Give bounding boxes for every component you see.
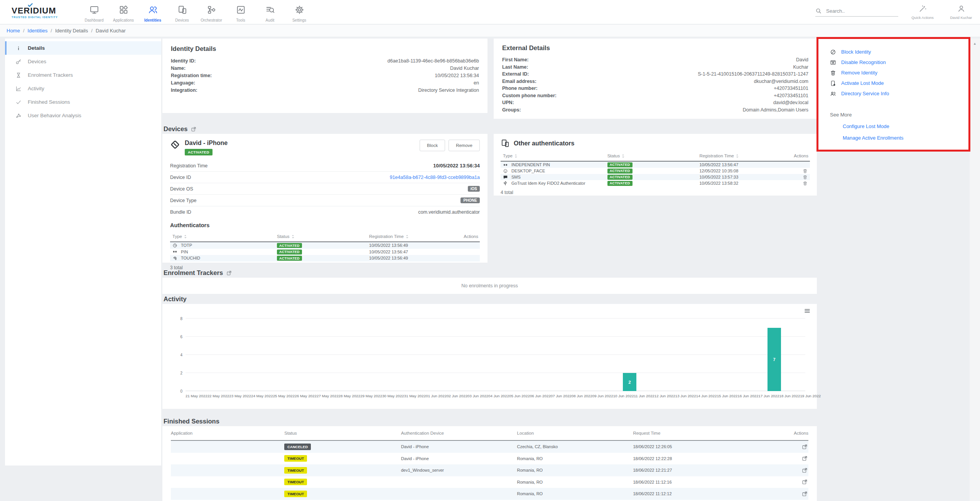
page-scrollbar[interactable]: ▲ (970, 39, 980, 501)
open-session-icon[interactable] (802, 491, 808, 497)
nav-item-applications[interactable]: Applications (109, 2, 138, 22)
detail-row: Name:David Kuchar (171, 64, 479, 72)
column-label: Actions (794, 154, 808, 158)
detail-row: Groups:Domain Admins,Domain Users (502, 106, 808, 114)
disable-recognition-link[interactable]: Disable Recognition (830, 57, 969, 67)
x-axis-tick-label: 07 Jun 2022 (551, 394, 572, 398)
activate-lost-mode-link[interactable]: Activate Lost Mode (830, 78, 969, 88)
x-axis-tick-label: 15 Jun 2022 (717, 394, 738, 398)
remove-identity-link[interactable]: Remove Identity (830, 67, 969, 78)
nav-item-orchestrator[interactable]: Orchestrator (197, 2, 226, 22)
open-session-icon[interactable] (802, 444, 808, 450)
delete-authenticator-button[interactable] (803, 181, 808, 186)
breadcrumb-identities[interactable]: Identities (27, 28, 47, 34)
chart-slot (351, 319, 372, 391)
session-row: TIMEOUTRomania, RO18/06/2022 11:12:12 (171, 488, 808, 500)
open-devices-icon[interactable] (191, 127, 196, 132)
user-menu[interactable]: David Kuchar (947, 5, 975, 20)
column-header-type[interactable]: Type (503, 154, 607, 158)
nav-item-audit[interactable]: Audit (255, 2, 285, 22)
detail-row: Integration:Directory Service Integratio… (171, 86, 479, 94)
quick-actions-button[interactable]: Quick Actions (908, 5, 937, 20)
column-header-status[interactable]: Status (277, 234, 369, 239)
chart-slot (599, 319, 619, 391)
authenticator-row-pin: PINACTIVATED10/05/2022 13:56:47 (170, 249, 480, 255)
chart-slot (186, 319, 206, 391)
block-button[interactable]: Block (420, 140, 445, 151)
status-badge: ACTIVATED (607, 181, 633, 186)
breadcrumb-identity-details: Identity Details (55, 28, 88, 34)
block-identity-link[interactable]: Block Identity (830, 47, 969, 57)
remove-button[interactable]: Remove (449, 140, 480, 151)
registration-time: 10/05/2022 13:56:49 (369, 243, 458, 248)
breadcrumb-home[interactable]: Home (7, 28, 20, 34)
other-authenticators-total: 4 total (501, 190, 810, 195)
detail-row: Identity ID:d6ae1ba8-1139-46ec-8e96-b856… (171, 57, 479, 64)
manage-active-enrollments-link[interactable]: Manage Active Enrollments (843, 135, 969, 141)
scrollbar-up-arrow[interactable]: ▲ (973, 42, 977, 501)
column-header-registration-time[interactable]: Registration Time (369, 234, 458, 239)
column-header-status[interactable]: Status (607, 154, 700, 158)
column-header-type[interactable]: Type (172, 234, 277, 239)
chart-slot (433, 319, 454, 391)
nav-item-devices[interactable]: Devices (167, 2, 197, 22)
open-session-icon[interactable] (802, 455, 808, 461)
chart-slot (640, 319, 661, 391)
delete-authenticator-button[interactable] (803, 175, 808, 180)
detail-value: +420733451101 (774, 86, 808, 91)
other-authenticators-table: TypeStatusRegistration TimeActionsINDEPE… (501, 151, 810, 186)
chart-x-axis-labels: 21 May 202222 May 202223 May 202224 May … (186, 394, 805, 398)
device-buttons: Block Remove (420, 140, 480, 151)
linechart-icon (15, 86, 22, 92)
x-axis-tick-label: 26 May 2022 (295, 394, 317, 398)
column-header-registration-time[interactable]: Registration Time (699, 154, 788, 158)
search-icon (815, 8, 821, 14)
search-input[interactable] (825, 8, 892, 14)
open-enrolment-icon[interactable] (226, 270, 232, 276)
sidebar-item-activity[interactable]: Activity (5, 82, 161, 95)
topbar-right: Quick Actions David Kuchar (815, 5, 975, 20)
device-card: David - iPhone ACTIVATED Block Remove Re… (162, 134, 487, 263)
x-axis-tick-label: 18 Jun 2022 (779, 394, 800, 398)
table-header-row: TypeStatusRegistration TimeActions (170, 232, 480, 242)
sidebar-item-details[interactable]: Details (5, 41, 161, 55)
sidebar-item-enrolment-trackers[interactable]: Enrolment Trackers (5, 68, 161, 82)
external-details-rows: First Name:DavidLast Name:KucharExternal… (502, 56, 808, 113)
open-session-icon[interactable] (802, 467, 808, 473)
configure-lost-mode-link[interactable]: Configure Lost Mode (843, 123, 969, 129)
action-link-label: Block Identity (841, 49, 871, 55)
delete-authenticator-button[interactable] (803, 169, 808, 174)
device-id-link[interactable]: 91e4a58a-b672-4c88-9fd3-cceb9899ba1a (390, 175, 480, 180)
sidebar-item-finished-sessions[interactable]: Finished Sessions (5, 95, 161, 109)
bar-11-jun-2022[interactable]: 2 (623, 373, 636, 391)
session-status-badge: TIMEOUT (284, 455, 307, 462)
chart-menu-icon[interactable] (804, 307, 811, 314)
column-header-actions: Actions (788, 154, 810, 158)
nav-item-dashboard[interactable]: Dashboard (79, 2, 109, 22)
nav-item-identities[interactable]: Identities (138, 2, 167, 22)
external-details-title: External Details (502, 44, 808, 52)
sidebar-item-devices[interactable]: Devices (5, 55, 161, 68)
device-field-label: Device OS (170, 186, 193, 192)
open-session-icon[interactable] (802, 479, 808, 485)
directory-service-info-link[interactable]: Directory Service Info (830, 88, 969, 99)
authenticator-type: DESKTOP_FACE (503, 169, 607, 174)
x-axis-tick-label: 11 Jun 2022 (634, 394, 654, 398)
nav-item-settings[interactable]: Settings (285, 2, 314, 22)
detail-label: Language: (171, 80, 195, 86)
sidebar-item-label: Activity (28, 86, 44, 91)
search-box[interactable] (815, 8, 898, 17)
nav-item-tools[interactable]: Tools (226, 2, 255, 22)
sidebar-item-user-behavior-analysis[interactable]: User Behavior Analysis (5, 109, 161, 122)
devices-section-title: Devices (164, 125, 187, 133)
veridium-device-icon (170, 140, 180, 150)
authenticator-type: GoTrust Idem Key FIDO2 Authenticator (503, 181, 607, 186)
y-axis-tick-label: 8 (174, 317, 182, 321)
trash-icon (830, 70, 836, 76)
user-menu-label: David Kuchar (947, 15, 975, 20)
bar-18-jun-2022[interactable]: 7 (767, 328, 781, 391)
sessions-header-row: ApplicationStatusAuthentication DeviceLo… (171, 426, 808, 441)
session-status-badge: TIMEOUT (284, 479, 307, 485)
block-icon (830, 49, 836, 55)
detail-row: Last Name:Kuchar (502, 64, 808, 71)
